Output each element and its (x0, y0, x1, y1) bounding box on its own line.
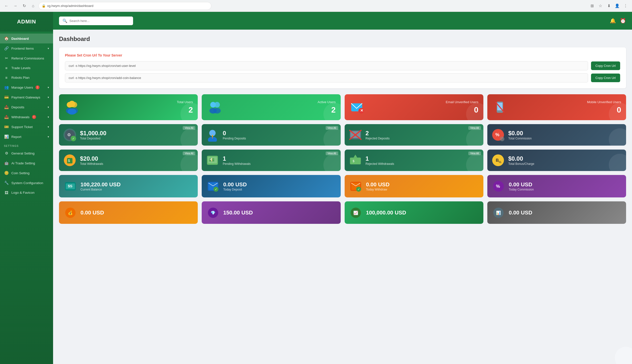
cron-url-input-1[interactable] (65, 61, 588, 70)
total-withdrawals-icon: $ (63, 154, 77, 167)
more-value-1: 0.00 USD (81, 210, 104, 216)
commission-value: $0.00 (508, 130, 532, 137)
image-icon: 🖼 (4, 190, 9, 195)
forward-button[interactable]: → (12, 2, 19, 10)
notification-bell-icon[interactable]: 🔔 (610, 18, 616, 24)
sidebar-item-robots-plan[interactable]: ≡ Robots Plan (0, 73, 53, 82)
sidebar-label-dashboard: Dashboard (11, 37, 29, 40)
mobile-unverified-label: Mobile Unverified Users (587, 100, 621, 104)
reload-button[interactable]: ↻ (21, 2, 28, 10)
sec-card-pending-withdrawals[interactable]: View All 💵 1 Pending Withdrawals (202, 150, 340, 171)
more-card-1[interactable]: 💰 0.00 USD (59, 201, 198, 224)
svg-text:✕: ✕ (360, 108, 363, 112)
users-badge: ! (36, 86, 40, 89)
rejected-deposits-info: 2 Rejected Deposits (366, 130, 390, 140)
sec-card-rejected-deposits[interactable]: View All 2 Rejected Deposits (345, 124, 483, 146)
sidebar-item-payment-gateways[interactable]: 💳 Payment Gateways ▾ (0, 92, 53, 102)
active-users-icon (207, 99, 223, 115)
withdraw-icon: 📤 (4, 115, 9, 119)
today-deposit-label: Today Deposit (223, 188, 247, 191)
sec-card-pending-deposits[interactable]: View All 0 Pending Deposits (202, 124, 340, 146)
address-bar[interactable]: 🔒 xg.hwym.shop/admin/dashboard (39, 2, 211, 10)
more-icon-4: 📊 (492, 206, 505, 220)
home-button[interactable]: ⌂ (30, 2, 37, 10)
download-icon[interactable]: ⬇ (605, 2, 612, 10)
sec-card-bonus[interactable]: B % $0.00 Total Bonus/Charge (487, 150, 626, 171)
svg-text:$S: $S (68, 184, 72, 188)
sidebar: ADMIN 🏠 Dashboard 🔗 Frontend Items ▾ ✂ R… (0, 12, 53, 364)
svg-point-5 (68, 108, 77, 114)
sidebar-item-report[interactable]: 📊 Report ▾ (0, 132, 53, 142)
sidebar-navigation: 🏠 Dashboard 🔗 Frontend Items ▾ ✂ Referra… (0, 32, 53, 364)
balance-card-current[interactable]: $S 100,220.00 USD Current Balance (59, 175, 198, 198)
sidebar-item-frontend-items[interactable]: 🔗 Frontend Items ▾ (0, 44, 53, 53)
ai-icon: 🤖 (4, 161, 9, 165)
total-withdrawals-label: Total Withdrawals (80, 162, 103, 166)
translate-icon[interactable]: ⊞ (588, 2, 595, 10)
search-box[interactable]: 🔍 (59, 16, 133, 25)
more-card-4[interactable]: 📊 0.00 USD (487, 201, 626, 224)
sidebar-label-users: Manage Users (11, 86, 33, 89)
svg-text:✓: ✓ (72, 137, 75, 140)
sec-card-total-deposited[interactable]: View All ⚙ ✓ $1,000.00 Total Deposited (59, 124, 198, 146)
copy-cron-btn-2[interactable]: Copy Cron Url (591, 74, 620, 82)
settings-section-label: SETTINGS (0, 142, 53, 148)
sidebar-item-general-setting[interactable]: ⚙ General Setting (0, 148, 53, 158)
cron-warning-text: Please Set Cron Url To Your Server (65, 53, 620, 57)
chevron-down-icon-users: ▾ (48, 86, 49, 89)
balance-card-today-withdraw[interactable]: ✓ 0.00 USD Today Withdraw (345, 175, 483, 198)
today-commission-info: 0.00 USD Today Commission (509, 182, 534, 191)
settings-clock-icon[interactable]: ⏰ (620, 18, 626, 24)
bookmark-icon[interactable]: ☆ (597, 2, 604, 10)
sidebar-item-deposits[interactable]: 📥 Deposits ▾ (0, 102, 53, 112)
bonus-value: $0.00 (508, 155, 534, 162)
stat-card-active-users[interactable]: Active Users 2 (202, 94, 340, 120)
svg-text:📈: 📈 (353, 210, 358, 215)
svg-point-30 (500, 137, 504, 141)
profile-icon[interactable]: 👤 (614, 2, 621, 10)
sidebar-label-logo: Logo & Favicon (11, 191, 35, 194)
chevron-down-icon-payment: ▾ (48, 96, 49, 99)
today-commission-icon: % (492, 180, 505, 193)
sidebar-item-support-ticket[interactable]: 🎫 Support Ticket ▾ (0, 122, 53, 132)
back-button[interactable]: ← (3, 2, 10, 10)
chevron-down-icon: ▾ (48, 47, 49, 50)
cron-url-input-2[interactable] (65, 73, 588, 82)
sidebar-item-trade-levels[interactable]: ≡ Trade Levels (0, 63, 53, 73)
svg-text:📊: 📊 (496, 210, 501, 215)
sidebar-logo: ADMIN (0, 12, 53, 32)
pending-deposits-icon (206, 128, 219, 142)
sec-card-rejected-withdrawals[interactable]: View All $ 1 Rejected Withdrawals (345, 150, 483, 171)
logo-text: ADMIN (17, 18, 36, 25)
sec-card-total-withdrawals[interactable]: View All $ $20.00 Total Withdrawals (59, 150, 198, 171)
sidebar-item-ai-trade[interactable]: 🤖 Ai Trade Setting (0, 158, 53, 168)
menu-icon[interactable]: ⋮ (622, 2, 629, 10)
rejected-withdrawals-icon: $ (349, 154, 362, 167)
deposit-stats-grid: View All ⚙ ✓ $1,000.00 Total Deposited (59, 124, 626, 146)
more-info-3: 100,000.00 USD (366, 210, 406, 216)
sidebar-item-withdrawals[interactable]: 📤 Withdrawals ! ▾ (0, 112, 53, 122)
sidebar-item-logo-favicon[interactable]: 🖼 Logo & Favicon (0, 188, 53, 198)
today-withdraw-label: Today Withdraw (366, 188, 390, 191)
stat-card-total-users[interactable]: Total Users 2 (59, 94, 198, 120)
sidebar-item-referral[interactable]: ✂ Referral Commissions (0, 53, 53, 63)
sidebar-item-dashboard[interactable]: 🏠 Dashboard (0, 34, 53, 44)
app-wrapper: ADMIN 🏠 Dashboard 🔗 Frontend Items ▾ ✂ R… (0, 12, 632, 364)
more-card-3[interactable]: 📈 100,000.00 USD (345, 201, 483, 224)
more-info-1: 0.00 USD (81, 210, 104, 216)
today-deposit-value: 0.00 USD (223, 182, 247, 188)
today-commission-label: Today Commission (509, 188, 534, 191)
balance-card-today-deposit[interactable]: ✓ 0.00 USD Today Deposit (202, 175, 340, 198)
more-card-2[interactable]: 💎 150.00 USD (202, 201, 340, 224)
copy-cron-btn-1[interactable]: Copy Cron Url (591, 62, 620, 70)
svg-text:⚙: ⚙ (67, 132, 71, 137)
balance-card-today-commission[interactable]: % 0.00 USD Today Commission (487, 175, 626, 198)
stat-card-mobile-unverified[interactable]: Mobile Unverified Users 0 (487, 94, 626, 120)
stat-card-email-unverified[interactable]: ✕ Email Unverified Users 0 (345, 94, 483, 120)
sidebar-item-coin-setting[interactable]: 🪙 Coin Setting (0, 168, 53, 178)
sec-card-commission[interactable]: % $0.00 Total Commission (487, 124, 626, 146)
sidebar-item-system-config[interactable]: 🔧 System Configuration (0, 178, 53, 188)
sidebar-label-deposits: Deposits (11, 105, 25, 109)
search-input[interactable] (69, 19, 130, 23)
sidebar-item-manage-users[interactable]: 👥 Manage Users ! ▾ (0, 82, 53, 92)
